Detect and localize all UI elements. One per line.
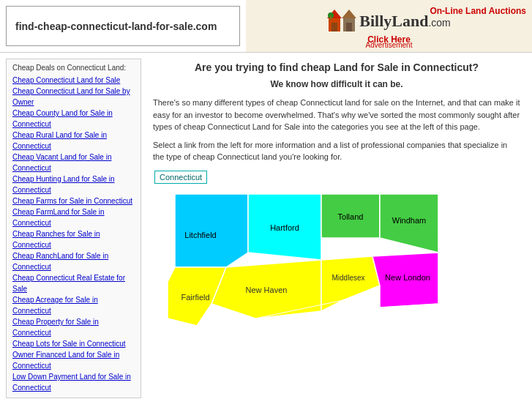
link-cheap-lots[interactable]: Cheap Lots for Sale in Connecticut <box>12 338 135 349</box>
link-low-down-payment-land[interactable]: Low Down Payment Land for Sale in Connec… <box>12 371 135 393</box>
ad-banner[interactable]: On-Line Land Auctions BillyLand.com Clic… <box>246 0 532 52</box>
county-tolland-label: Tolland <box>338 212 364 221</box>
ct-map-label: Connecticut <box>154 171 207 184</box>
county-litchfield-label: Litchfield <box>184 231 216 239</box>
link-cheap-ranchland[interactable]: Cheap RanchLand for Sale in Connecticut <box>12 250 135 272</box>
link-cheap-hunting-land[interactable]: Cheap Hunting Land for Sale in Connectic… <box>12 174 135 195</box>
svg-rect-2 <box>331 23 337 31</box>
main-subheading: We know how difficult it can be. <box>153 79 520 89</box>
header: find-cheap-connecticut-land-for-sale.com… <box>0 0 532 53</box>
brand-name: BillyLand <box>359 12 428 30</box>
link-cheap-property[interactable]: Cheap Property for Sale in Connecticut <box>12 316 135 338</box>
left-sidebar: Cheap Deals on Connecticut Land: Cheap C… <box>6 59 141 399</box>
svg-rect-5 <box>346 23 352 31</box>
link-cheap-farmland[interactable]: Cheap FarmLand for Sale in Connecticut <box>12 206 135 228</box>
link-cheap-county-land[interactable]: Cheap County Land for Sale in Connecticu… <box>12 108 135 130</box>
link-cheap-ct-by-owner[interactable]: Cheap Connecticut Land for Sale by Owner <box>12 86 135 108</box>
site-title: find-cheap-connecticut-land-for-sale.com <box>15 20 217 32</box>
link-cheap-farms[interactable]: Cheap Farms for Sale in Connecticut <box>12 195 135 206</box>
online-auction-label: On-Line Land Auctions <box>430 6 526 16</box>
site-title-box: find-cheap-connecticut-land-for-sale.com <box>6 6 240 46</box>
advertisement-label: Advertisement <box>366 41 413 49</box>
link-cheap-rural-land[interactable]: Cheap Rural Land for Sale in Connecticut <box>12 130 135 152</box>
county-fairfield-label: Fairfield <box>181 293 209 302</box>
main-para2: Select a link from the left for more inf… <box>153 139 520 163</box>
ct-map-container: Connecticut Litchfield Hartford Tolland … <box>153 169 460 330</box>
county-hartford-label: Hartford <box>270 223 299 232</box>
link-owner-financed-land[interactable]: Owner Financed Land for Sale in Connecti… <box>12 349 135 371</box>
county-newlondon-label: New London <box>385 273 430 282</box>
main-para1: There's so many different types of cheap… <box>153 97 520 133</box>
svg-rect-7 <box>330 15 331 20</box>
ct-map-svg[interactable]: Litchfield Hartford Tolland Windham New … <box>153 172 460 333</box>
county-middlesex-label: Middlesex <box>331 274 364 282</box>
main-heading: Are you trying to find cheap Land for Sa… <box>153 61 520 73</box>
county-windham-label: Windham <box>392 216 426 225</box>
deals-title: Cheap Deals on Connecticut Land: <box>12 64 135 72</box>
house-icon <box>327 8 356 34</box>
right-content: Are you trying to find cheap Land for Sa… <box>147 59 526 399</box>
link-cheap-real-estate[interactable]: Cheap Connecticut Real Estate for Sale <box>12 272 135 294</box>
link-cheap-ct-land[interactable]: Cheap Connecticut Land for Sale <box>12 75 135 86</box>
deals-box: Cheap Deals on Connecticut Land: Cheap C… <box>6 59 141 398</box>
county-newhaven-label: New Haven <box>246 286 288 294</box>
link-cheap-ranches[interactable]: Cheap Ranches for Sale in Connecticut <box>12 228 135 250</box>
link-cheap-vacant-land[interactable]: Cheap Vacant Land for Sale in Connecticu… <box>12 152 135 174</box>
link-cheap-acreage[interactable]: Cheap Acreage for Sale in Connecticut <box>12 294 135 316</box>
main-content: Cheap Deals on Connecticut Land: Cheap C… <box>0 53 532 399</box>
svg-marker-4 <box>342 10 356 18</box>
brand-com: .com <box>428 17 450 29</box>
